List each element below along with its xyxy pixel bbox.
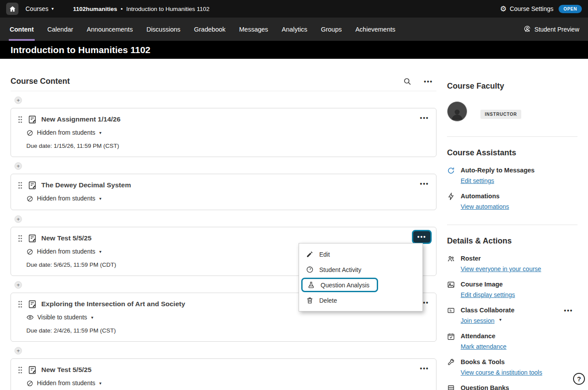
item-title[interactable]: New Assignment 1/14/26 xyxy=(41,114,120,124)
visibility-label: Hidden from students xyxy=(37,194,95,203)
assistant-item-auto-reply: Auto-Reply to Messages Edit settings xyxy=(447,166,577,185)
chevron-down-icon: ▾ xyxy=(99,247,101,256)
drag-handle-icon[interactable] xyxy=(18,116,22,123)
faculty-row: INSTRUCTOR xyxy=(447,101,577,122)
item-title[interactable]: The Dewey Decimal System xyxy=(41,180,131,190)
lightning-icon xyxy=(447,193,455,200)
add-content-button[interactable]: + xyxy=(14,281,22,289)
courses-dropdown[interactable]: Courses ▾ xyxy=(25,5,54,12)
add-content-button[interactable]: + xyxy=(14,97,22,104)
page-title: Introduction to Humanities 1102 xyxy=(11,45,151,55)
course-status-badge[interactable]: OPEN xyxy=(559,5,582,13)
drag-handle-icon[interactable] xyxy=(18,366,22,374)
menu-item-question-analysis[interactable]: Question Analysis xyxy=(301,278,378,292)
blackboard-course-page: Courses ▾ 1102humanities • Introduction … xyxy=(0,0,588,390)
mark-attendance-link[interactable]: Mark attendance xyxy=(461,343,506,351)
visibility-dropdown[interactable]: Hidden from students ▾ xyxy=(26,194,429,203)
detail-title: Books & Tools xyxy=(461,358,505,366)
menu-item-edit[interactable]: Edit xyxy=(299,247,422,262)
wrench-icon xyxy=(447,358,455,366)
drag-handle-icon[interactable] xyxy=(18,301,22,308)
tab-gradebook[interactable]: Gradebook xyxy=(193,18,227,41)
item-title[interactable]: Exploring the Intersection of Art and So… xyxy=(41,299,185,309)
course-content-column: Course Content ••• + xyxy=(11,59,436,390)
add-content-button[interactable]: + xyxy=(14,215,22,223)
visible-eye-icon xyxy=(26,314,34,321)
edit-display-settings-link[interactable]: Edit display settings xyxy=(461,291,515,299)
detail-item-class-collaborate: Class Collaborate ••• Join session ▾ xyxy=(447,306,577,325)
roster-people-icon xyxy=(447,255,455,263)
chevron-down-icon[interactable]: ▾ xyxy=(499,317,501,322)
document-icon xyxy=(28,181,37,190)
trash-icon xyxy=(306,297,314,304)
chevron-down-icon: ▾ xyxy=(99,129,101,137)
student-preview-label: Student Preview xyxy=(534,26,579,33)
content-menu-button[interactable]: ••• xyxy=(424,78,433,85)
visibility-dropdown[interactable]: Visible to students ▾ xyxy=(26,313,429,322)
detail-title: Course Image xyxy=(461,280,503,289)
student-preview-button[interactable]: Student Preview xyxy=(524,18,579,41)
assignment-icon xyxy=(28,115,37,124)
help-button[interactable]: ? xyxy=(573,373,585,385)
tab-achievements[interactable]: Achievements xyxy=(354,18,396,41)
image-icon xyxy=(447,281,455,289)
drag-handle-icon[interactable] xyxy=(18,235,22,242)
add-content-divider: + xyxy=(11,160,436,172)
content-item-card: The Dewey Decimal System Hidden from stu… xyxy=(11,174,436,210)
item-menu-button-highlighted[interactable]: ••• xyxy=(412,230,432,244)
edit-settings-link[interactable]: Edit settings xyxy=(461,177,494,185)
tab-analytics[interactable]: Analytics xyxy=(281,18,308,41)
tab-content[interactable]: Content xyxy=(9,18,35,41)
item-title[interactable]: New Test 5/5/25 xyxy=(41,233,91,243)
drag-handle-icon[interactable] xyxy=(18,182,22,189)
view-automations-link[interactable]: View automations xyxy=(461,203,509,211)
chevron-down-icon: ▾ xyxy=(51,7,54,11)
item-title-row: New Assignment 1/14/26 xyxy=(18,114,429,124)
assistant-item-automations: Automations View automations xyxy=(447,192,577,211)
course-faculty-heading: Course Faculty xyxy=(447,82,577,91)
tab-messages[interactable]: Messages xyxy=(238,18,269,41)
search-icon[interactable] xyxy=(403,77,411,86)
add-content-button[interactable]: + xyxy=(14,162,22,170)
course-title-bar: Introduction to Humanities 1102 xyxy=(0,41,588,59)
item-title[interactable]: New Test 5/5/25 xyxy=(41,365,91,375)
roster-link[interactable]: View everyone in your course xyxy=(461,265,541,273)
details-actions-heading: Details & Actions xyxy=(447,236,577,246)
join-session-link[interactable]: Join session xyxy=(461,317,494,325)
course-assistants-heading: Course Assistants xyxy=(447,148,577,157)
item-title-row: The Dewey Decimal System xyxy=(18,180,429,190)
collaborate-screen-icon xyxy=(447,307,455,315)
home-button[interactable] xyxy=(6,3,18,15)
top-navigation-bar: Courses ▾ 1102humanities • Introduction … xyxy=(0,0,588,18)
question-banks-icon xyxy=(447,384,455,390)
menu-item-delete[interactable]: Delete xyxy=(299,293,422,308)
collaborate-menu-button[interactable]: ••• xyxy=(564,307,573,314)
course-content-heading: Course Content xyxy=(11,77,70,86)
breadcrumb: 1102humanities • Introduction to Humanit… xyxy=(73,6,209,12)
add-content-button[interactable]: + xyxy=(14,347,22,354)
hidden-eye-slash-icon xyxy=(26,129,33,136)
tab-calendar[interactable]: Calendar xyxy=(47,18,74,41)
chevron-down-icon: ▾ xyxy=(99,194,101,203)
home-icon xyxy=(9,5,16,13)
add-content-divider: + xyxy=(11,94,436,106)
item-menu-button[interactable]: ••• xyxy=(420,365,429,372)
item-menu-button[interactable]: ••• xyxy=(420,114,429,122)
detail-title: Attendance xyxy=(461,332,495,340)
tab-groups[interactable]: Groups xyxy=(320,18,343,41)
menu-item-student-activity[interactable]: Student Activity xyxy=(299,262,422,277)
course-settings-button[interactable]: ⚙ Course Settings xyxy=(500,5,553,13)
visibility-dropdown[interactable]: Hidden from students ▾ xyxy=(26,129,429,137)
detail-title: Roster xyxy=(461,254,481,263)
detail-title: Question Banks xyxy=(461,384,509,390)
view-tools-link[interactable]: View course & institution tools xyxy=(461,369,542,376)
tab-discussions[interactable]: Discussions xyxy=(145,18,181,41)
gauge-icon xyxy=(306,266,314,273)
course-content-header: Course Content ••• xyxy=(11,72,436,91)
instructor-avatar[interactable] xyxy=(447,101,467,122)
detail-item-question-banks: Question Banks Manage banks xyxy=(447,384,577,390)
visibility-dropdown[interactable]: Hidden from students ▾ xyxy=(26,379,429,387)
tab-announcements[interactable]: Announcements xyxy=(86,18,134,41)
item-menu-button[interactable]: ••• xyxy=(420,180,429,187)
calendar-check-icon xyxy=(447,333,455,340)
